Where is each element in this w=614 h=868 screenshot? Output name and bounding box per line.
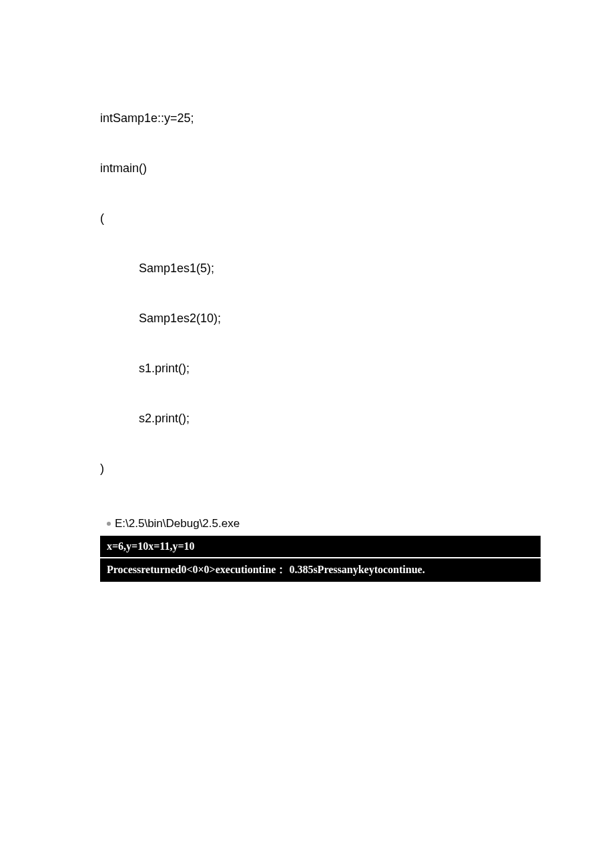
code-line: intSamp1e::y=25; xyxy=(100,110,541,127)
console-line: Processreturned0<0×0>executiontine： 0.38… xyxy=(100,558,541,582)
code-line: Samp1es2(10); xyxy=(100,310,541,327)
code-line: Samp1es1(5); xyxy=(100,260,541,277)
code-line: intmain() xyxy=(100,160,541,177)
console-titlebar: E:\2.5\bin\Debug\2.5.exe xyxy=(107,517,541,530)
code-line: ( xyxy=(100,210,541,227)
app-icon xyxy=(107,522,111,526)
code-block: intSamp1e::y=25; intmain() ( Samp1es1(5)… xyxy=(100,77,541,510)
console-path: E:\2.5\bin\Debug\2.5.exe xyxy=(115,517,240,530)
code-line: s1.print(); xyxy=(100,360,541,377)
console-line: x=6,y=10x=11,y=10 xyxy=(100,536,541,558)
console-output: x=6,y=10x=11,y=10 Processreturned0<0×0>e… xyxy=(100,536,541,582)
code-line: s2.print(); xyxy=(100,410,541,427)
code-line: ) xyxy=(100,460,541,477)
document-page: intSamp1e::y=25; intmain() ( Samp1es1(5)… xyxy=(0,0,614,582)
